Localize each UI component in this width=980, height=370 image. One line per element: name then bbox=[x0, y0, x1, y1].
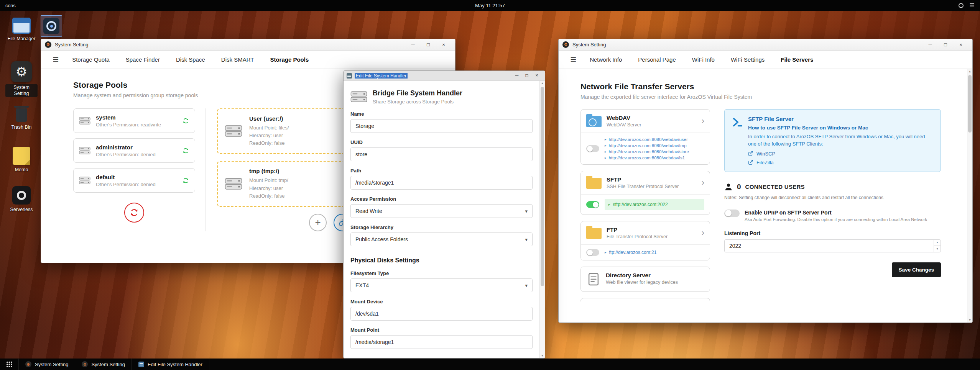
path-input[interactable] bbox=[350, 176, 533, 190]
access-permission-select[interactable]: Read Write ▾ bbox=[350, 204, 533, 218]
webdav-endpoint-link[interactable]: ▸ http://dev.arozos.com:8080/webdav/stor… bbox=[605, 149, 689, 154]
scrollbar-vertical[interactable]: ▲ ▼ bbox=[967, 69, 972, 323]
ftp-endpoint-link[interactable]: ▸ ftp://dev.arozos.com:21 bbox=[605, 250, 656, 255]
tab-storage-pools[interactable]: Storage Pools bbox=[262, 56, 317, 63]
user-icon bbox=[724, 183, 733, 191]
mount-point-input[interactable] bbox=[350, 335, 533, 349]
tab-disk-space[interactable]: Disk Space bbox=[168, 56, 213, 63]
webdav-endpoint-link[interactable]: ▸ http://dev.arozos.com:8080/webdav/user bbox=[605, 137, 689, 142]
mount-hierarchy: Hierarchy: user bbox=[249, 185, 288, 192]
bullet-icon: ▸ bbox=[605, 138, 607, 141]
desktop-icon-disc-selected[interactable] bbox=[39, 15, 64, 37]
filezilla-link[interactable]: FileZilla bbox=[748, 160, 934, 165]
storage-hierarchy-select[interactable]: Public Access Folders ▾ bbox=[350, 232, 533, 246]
server-desc: SSH File Transfer Protocol Server bbox=[607, 184, 679, 189]
sync-icon[interactable] bbox=[182, 177, 189, 184]
tab-wifi-info[interactable]: WiFi Info bbox=[684, 56, 723, 63]
system-setting-app-icon: ⚙ bbox=[562, 41, 569, 48]
info-subtitle: How to use SFTP File Server on Windows o… bbox=[748, 125, 934, 131]
number-spinner[interactable]: ▴ ▾ bbox=[934, 240, 941, 252]
taskbar-item-system-setting-2[interactable]: ⚙ System Setting bbox=[75, 359, 131, 370]
scrollbar-vertical[interactable]: ▲ ▼ bbox=[539, 81, 545, 358]
taskbar-item-edit-fs-handler[interactable]: Edit File System Handler bbox=[132, 359, 209, 370]
tab-space-finder[interactable]: Space Finder bbox=[118, 56, 168, 63]
tab-file-servers[interactable]: File Servers bbox=[773, 56, 821, 63]
app-launcher-icon[interactable] bbox=[6, 361, 13, 368]
webdav-endpoint-link[interactable]: ▸ http://dev.arozos.com:8080/webdav/ls1 bbox=[605, 156, 689, 160]
mount-point: Mount Point: tmp/ bbox=[249, 177, 288, 184]
scroll-up-icon[interactable]: ▲ bbox=[540, 82, 545, 85]
maximize-button[interactable]: □ bbox=[522, 71, 532, 80]
scroll-up-icon[interactable]: ▲ bbox=[967, 70, 972, 73]
sftp-endpoint-link[interactable]: ▸ sftp://dev.arozos.com:2022 bbox=[605, 199, 704, 210]
minimize-button[interactable]: ─ bbox=[405, 39, 421, 50]
menu-icon[interactable]: ☰ bbox=[970, 2, 975, 9]
mount-device-input[interactable] bbox=[350, 307, 533, 321]
desktop-icon-trash-bin[interactable]: Trash Bin bbox=[5, 106, 38, 131]
spin-down-icon[interactable]: ▾ bbox=[934, 246, 941, 252]
bullet-icon: ▸ bbox=[605, 250, 607, 254]
sync-icon[interactable] bbox=[182, 147, 189, 154]
minimize-button[interactable]: ─ bbox=[512, 71, 522, 80]
chevron-right-icon[interactable]: › bbox=[702, 229, 704, 237]
window-titlebar[interactable]: ⚙ System Setting ─ □ × bbox=[41, 39, 455, 51]
gear-icon: ⚙ bbox=[82, 361, 88, 367]
spin-up-icon[interactable]: ▴ bbox=[934, 240, 941, 246]
bullet-icon: ▸ bbox=[605, 144, 607, 147]
sidebar-toggle-icon[interactable]: ☰ bbox=[565, 56, 582, 64]
desktop-icon-file-manager[interactable]: File Manager bbox=[5, 18, 38, 42]
status-ring-icon[interactable] bbox=[959, 3, 964, 8]
sftp-enable-toggle[interactable] bbox=[586, 201, 599, 208]
pool-card-system[interactable]: system Other's Permission: readwrite bbox=[73, 108, 195, 133]
sftp-card-header[interactable]: SFTP SSH File Transfer Protocol Server › bbox=[581, 171, 710, 194]
filesystem-type-select[interactable]: EXT4 ▾ bbox=[350, 278, 533, 292]
sidebar-toggle-icon[interactable]: ☰ bbox=[47, 56, 64, 64]
tab-wifi-settings[interactable]: WiFi Settings bbox=[723, 56, 773, 63]
taskbar-item-system-setting-1[interactable]: ⚙ System Setting bbox=[18, 359, 75, 370]
winscp-link[interactable]: WinSCP bbox=[748, 151, 934, 157]
save-changes-button[interactable]: Save Changes bbox=[892, 262, 941, 277]
ftp-enable-toggle[interactable] bbox=[586, 249, 599, 256]
upnp-toggle[interactable] bbox=[724, 210, 740, 217]
name-input[interactable] bbox=[350, 119, 533, 133]
pool-permission: Other's Permission: denied bbox=[96, 152, 156, 157]
scroll-down-icon[interactable]: ▼ bbox=[967, 318, 972, 322]
pool-card-default[interactable]: default Other's Permission: denied bbox=[73, 168, 195, 193]
webdav-endpoint-link[interactable]: ▸ http://dev.arozos.com:8080/webdav/tmp bbox=[605, 143, 689, 148]
sync-icon[interactable] bbox=[182, 117, 189, 124]
add-fs-handler-button[interactable]: + bbox=[309, 214, 327, 231]
directory-server-card-header[interactable]: Directory Server Web file viewer for leg… bbox=[581, 267, 710, 291]
window-titlebar[interactable]: ⚙ System Setting ─ □ × bbox=[559, 39, 972, 51]
chevron-right-icon[interactable]: › bbox=[702, 117, 704, 125]
maximize-button[interactable]: □ bbox=[421, 39, 436, 50]
scrollbar-thumb[interactable] bbox=[968, 75, 972, 133]
mount-name: User (user:/) bbox=[249, 115, 289, 122]
listening-port-input[interactable] bbox=[724, 239, 941, 252]
scrollbar-thumb[interactable] bbox=[541, 87, 544, 286]
tab-storage-quota[interactable]: Storage Quota bbox=[64, 56, 118, 63]
name-label: Name bbox=[350, 111, 533, 117]
window-titlebar[interactable]: Edit File System Handler ─ □ × bbox=[344, 71, 545, 81]
minimize-button[interactable]: ─ bbox=[922, 39, 938, 50]
scroll-down-icon[interactable]: ▼ bbox=[540, 354, 545, 357]
tab-disk-smart[interactable]: Disk SMART bbox=[213, 56, 262, 63]
caret-down-icon: ▾ bbox=[525, 237, 528, 242]
close-button[interactable]: × bbox=[436, 39, 451, 50]
close-button[interactable]: × bbox=[532, 71, 542, 80]
uuid-input[interactable] bbox=[350, 147, 533, 161]
webdav-card-header[interactable]: WebDAV WebDAV Server › bbox=[581, 110, 710, 133]
close-button[interactable]: × bbox=[953, 39, 968, 50]
webdav-enable-toggle[interactable] bbox=[586, 145, 599, 152]
ftp-card-header[interactable]: FTP File Transfer Protocol Server › bbox=[581, 221, 710, 244]
pool-card-administrator[interactable]: administrator Other's Permission: denied bbox=[73, 138, 195, 163]
tab-network-info[interactable]: Network Info bbox=[582, 56, 630, 63]
bridge-disk-icon bbox=[350, 90, 367, 103]
tab-personal-page[interactable]: Personal Page bbox=[630, 56, 684, 63]
chevron-right-icon[interactable]: › bbox=[702, 178, 704, 187]
refresh-pools-button[interactable] bbox=[124, 203, 144, 223]
desktop-icon-serverless[interactable]: Serverless bbox=[5, 186, 38, 213]
clock: May 11 21:57 bbox=[475, 3, 505, 8]
desktop-icon-system-setting[interactable]: ⚙ System Setting bbox=[5, 61, 38, 97]
desktop-icon-memo[interactable]: Memo bbox=[5, 147, 38, 173]
maximize-button[interactable]: □ bbox=[938, 39, 953, 50]
